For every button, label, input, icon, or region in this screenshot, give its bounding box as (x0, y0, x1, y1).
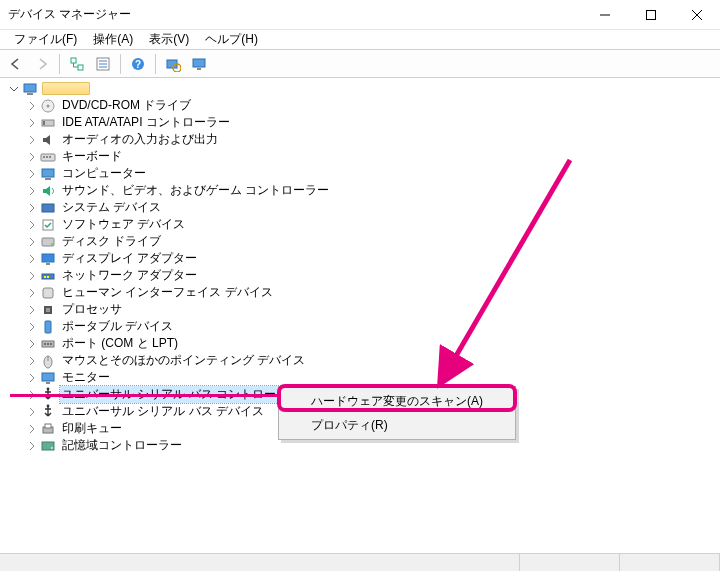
menu-file[interactable]: ファイル(F) (6, 29, 85, 50)
help-button[interactable]: ? (126, 53, 150, 75)
tree-item-label: IDE ATA/ATAPI コントローラー (60, 114, 232, 131)
ctx-scan-hardware[interactable]: ハードウェア変更のスキャン(A) (281, 389, 513, 413)
chevron-right-icon[interactable] (26, 134, 38, 146)
tree-item[interactable]: マウスとそのほかのポインティング デバイス (26, 352, 720, 369)
close-button[interactable] (674, 0, 720, 30)
chevron-right-icon[interactable] (26, 423, 38, 435)
tree-item[interactable]: コンピューター (26, 165, 720, 182)
chevron-right-icon[interactable] (26, 304, 38, 316)
tree-item[interactable]: ヒューマン インターフェイス デバイス (26, 284, 720, 301)
svg-rect-52 (45, 424, 51, 428)
tree-root-row[interactable] (8, 80, 720, 97)
back-button[interactable] (4, 53, 28, 75)
status-cell (520, 554, 620, 571)
toolbar-separator (120, 54, 121, 74)
tree-item[interactable]: ディスク ドライブ (26, 233, 720, 250)
computer-icon (22, 81, 38, 97)
tree-item[interactable]: モニター (26, 369, 720, 386)
tree-item[interactable]: システム デバイス (26, 199, 720, 216)
chevron-right-icon[interactable] (26, 389, 38, 401)
ctx-item-label: プロパティ(R) (311, 417, 388, 434)
chevron-right-icon[interactable] (26, 287, 38, 299)
tree-item-label: 印刷キュー (60, 420, 124, 437)
ctx-properties[interactable]: プロパティ(R) (281, 413, 513, 437)
tree-item-label: ヒューマン インターフェイス デバイス (60, 284, 275, 301)
tree-item[interactable]: ポート (COM と LPT) (26, 335, 720, 352)
toolbar: ? (0, 50, 720, 78)
tree-item[interactable]: オーディオの入力および出力 (26, 131, 720, 148)
tree-item-label: サウンド、ビデオ、およびゲーム コントローラー (60, 182, 331, 199)
svg-point-43 (47, 343, 49, 345)
device-tree[interactable]: DVD/CD-ROM ドライブIDE ATA/ATAPI コントローラーオーディ… (0, 78, 720, 553)
monitor-icon (40, 370, 56, 386)
chevron-right-icon[interactable] (26, 440, 38, 452)
svg-rect-24 (46, 156, 48, 158)
tree-item-label: 記憶域コントローラー (60, 437, 184, 454)
chevron-right-icon[interactable] (26, 338, 38, 350)
tree-item[interactable]: ソフトウェア デバイス (26, 216, 720, 233)
menu-bar: ファイル(F) 操作(A) 表示(V) ヘルプ(H) (0, 30, 720, 50)
chevron-right-icon[interactable] (26, 321, 38, 333)
arrow-right-icon (35, 57, 49, 71)
tree-item[interactable]: ポータブル デバイス (26, 318, 720, 335)
chevron-right-icon[interactable] (26, 406, 38, 418)
chevron-right-icon[interactable] (26, 355, 38, 367)
tree-item-label: ディスク ドライブ (60, 233, 163, 250)
sound-icon (40, 183, 56, 199)
menu-view[interactable]: 表示(V) (141, 29, 197, 50)
tree-item-label: ソフトウェア デバイス (60, 216, 187, 233)
tree-item[interactable]: ディスプレイ アダプター (26, 250, 720, 267)
svg-rect-32 (42, 254, 54, 262)
up-tree-button[interactable] (65, 53, 89, 75)
window-title: デバイス マネージャー (8, 6, 582, 23)
chevron-right-icon[interactable] (26, 185, 38, 197)
svg-rect-48 (46, 382, 50, 384)
root-computer-name (42, 82, 90, 95)
tree-item[interactable]: キーボード (26, 148, 720, 165)
menu-help[interactable]: ヘルプ(H) (197, 29, 266, 50)
tree-item[interactable]: ネットワーク アダプター (26, 267, 720, 284)
chevron-right-icon[interactable] (26, 168, 38, 180)
tree-item[interactable]: サウンド、ビデオ、およびゲーム コントローラー (26, 182, 720, 199)
chevron-right-icon[interactable] (26, 151, 38, 163)
keyboard-icon (40, 149, 56, 165)
chevron-right-icon[interactable] (26, 117, 38, 129)
svg-rect-15 (197, 68, 201, 70)
computer-icon (40, 166, 56, 182)
svg-rect-16 (24, 84, 36, 92)
tree-item[interactable]: IDE ATA/ATAPI コントローラー (26, 114, 720, 131)
chevron-right-icon[interactable] (26, 253, 38, 265)
svg-rect-39 (46, 308, 50, 312)
svg-rect-4 (71, 58, 76, 63)
tree-item-label: ポート (COM と LPT) (60, 335, 180, 352)
monitor-button[interactable] (187, 53, 211, 75)
maximize-button[interactable] (628, 0, 674, 30)
scan-hardware-button[interactable] (161, 53, 185, 75)
tree-item[interactable]: プロセッサ (26, 301, 720, 318)
svg-rect-26 (42, 169, 54, 177)
menu-action[interactable]: 操作(A) (85, 29, 141, 50)
usb-icon (40, 404, 56, 420)
chevron-right-icon[interactable] (26, 270, 38, 282)
port-icon (40, 336, 56, 352)
chevron-right-icon[interactable] (26, 372, 38, 384)
svg-rect-40 (45, 321, 51, 333)
chevron-right-icon[interactable] (26, 100, 38, 112)
chevron-right-icon[interactable] (26, 219, 38, 231)
forward-button[interactable] (30, 53, 54, 75)
tree-item-label: オーディオの入力および出力 (60, 131, 220, 148)
svg-rect-21 (43, 121, 45, 125)
portable-icon (40, 319, 56, 335)
tree-item-label: ポータブル デバイス (60, 318, 175, 335)
svg-rect-47 (42, 373, 54, 381)
status-bar (0, 553, 720, 571)
show-hidden-button[interactable] (91, 53, 115, 75)
svg-rect-36 (47, 276, 49, 278)
svg-point-42 (44, 343, 46, 345)
disc-icon (40, 98, 56, 114)
tree-item[interactable]: DVD/CD-ROM ドライブ (26, 97, 720, 114)
minimize-button[interactable] (582, 0, 628, 30)
chevron-right-icon[interactable] (26, 202, 38, 214)
chevron-down-icon[interactable] (8, 83, 20, 95)
chevron-right-icon[interactable] (26, 236, 38, 248)
